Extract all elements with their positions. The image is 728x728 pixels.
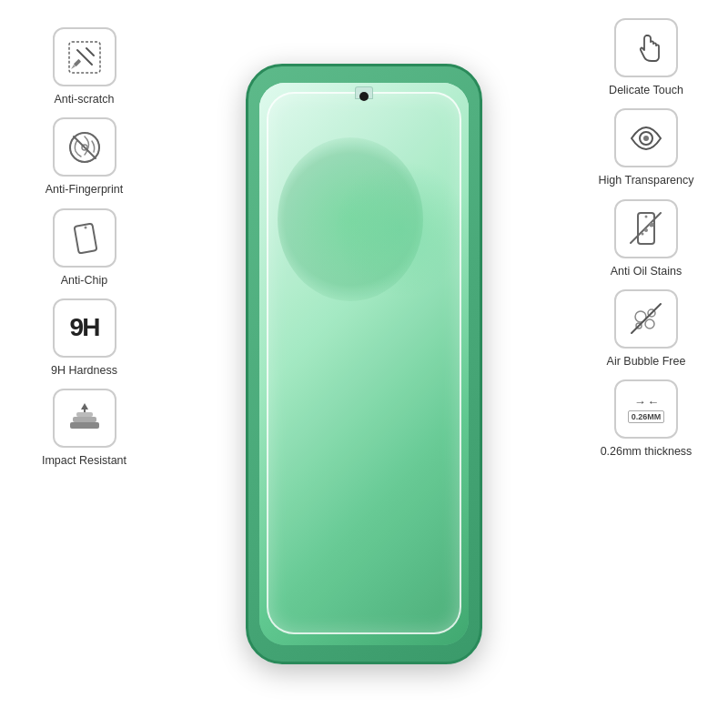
feature-anti-scratch: Anti-scratch: [14, 27, 155, 106]
anti-chip-icon-box: [53, 208, 116, 268]
feature-thickness: → ← 0.26MM 0.26mm thickness: [573, 379, 719, 459]
high-transparency-icon-box: [614, 108, 678, 167]
delicate-touch-label: Delicate Touch: [609, 83, 683, 97]
feature-anti-oil-stains: Anti Oil Stains: [573, 199, 719, 278]
features-right-column: Delicate Touch High Transparency: [573, 18, 719, 459]
feature-delicate-touch: Delicate Touch: [573, 18, 719, 97]
anti-scratch-label: Anti-scratch: [55, 92, 115, 106]
svg-point-22: [644, 228, 648, 232]
air-bubble-free-label: Air Bubble Free: [607, 354, 686, 369]
svg-point-23: [642, 233, 644, 236]
thickness-label: 0.26mm thickness: [601, 444, 693, 459]
oil-stain-icon: [626, 208, 666, 248]
anti-oil-icon-box: [614, 199, 678, 258]
thickness-value: 0.26MM: [628, 410, 665, 423]
svg-rect-11: [70, 422, 99, 429]
9h-icon-box: 9H: [53, 298, 116, 358]
svg-point-10: [84, 227, 86, 229]
svg-rect-12: [73, 417, 96, 422]
feature-anti-fingerprint: Anti-Fingerprint: [14, 117, 155, 197]
impact-icon-box: [53, 389, 116, 448]
anti-fingerprint-icon-box: [53, 117, 116, 177]
9h-hardness-label: 9H Hardness: [51, 363, 117, 378]
svg-rect-3: [73, 58, 80, 66]
svg-line-2: [86, 48, 94, 56]
anti-scratch-icon-box: [53, 27, 116, 86]
features-left-column: Anti-scratch Anti-Fingerprint: [14, 27, 155, 468]
blob-2: [337, 156, 464, 301]
impact-resistant-label: Impact Resistant: [42, 453, 126, 468]
svg-marker-14: [81, 403, 88, 410]
anti-fingerprint-label: Anti-Fingerprint: [46, 182, 123, 197]
eye-icon: [626, 118, 666, 158]
feature-anti-chip: Anti-Chip: [14, 208, 155, 288]
svg-rect-13: [76, 412, 93, 417]
feature-9h-hardness: 9H 9H Hardness: [14, 298, 155, 378]
svg-point-19: [645, 216, 648, 218]
anti-oil-stains-label: Anti Oil Stains: [611, 264, 682, 278]
scratch-icon: [65, 37, 105, 77]
9h-text: 9H: [70, 313, 99, 342]
anti-chip-label: Anti-Chip: [61, 273, 107, 288]
delicate-touch-icon-box: [614, 18, 678, 77]
screen-content: [259, 83, 469, 645]
fingerprint-icon: [65, 127, 105, 167]
camera-dot: [359, 92, 369, 101]
svg-point-17: [643, 136, 649, 141]
touch-icon: [626, 28, 666, 68]
high-transparency-label: High Transparency: [599, 173, 694, 187]
feature-high-transparency: High Transparency: [573, 108, 719, 187]
feature-impact-resistant: Impact Resistant: [14, 389, 155, 468]
chip-icon: [65, 217, 105, 258]
phone: [246, 64, 482, 664]
svg-point-26: [645, 319, 654, 329]
thickness-arrows: → ←: [634, 395, 659, 409]
phone-wrapper: [237, 46, 491, 682]
thickness-icon-box: → ← 0.26MM: [614, 379, 678, 439]
air-bubble-icon-box: [614, 289, 678, 349]
impact-icon: [64, 399, 106, 439]
phone-screen: [259, 83, 469, 645]
svg-point-21: [650, 223, 654, 228]
bubble-icon: [626, 298, 666, 339]
feature-air-bubble-free: Air Bubble Free: [573, 289, 719, 369]
page-container: Anti-scratch Anti-Fingerprint: [0, 0, 728, 728]
